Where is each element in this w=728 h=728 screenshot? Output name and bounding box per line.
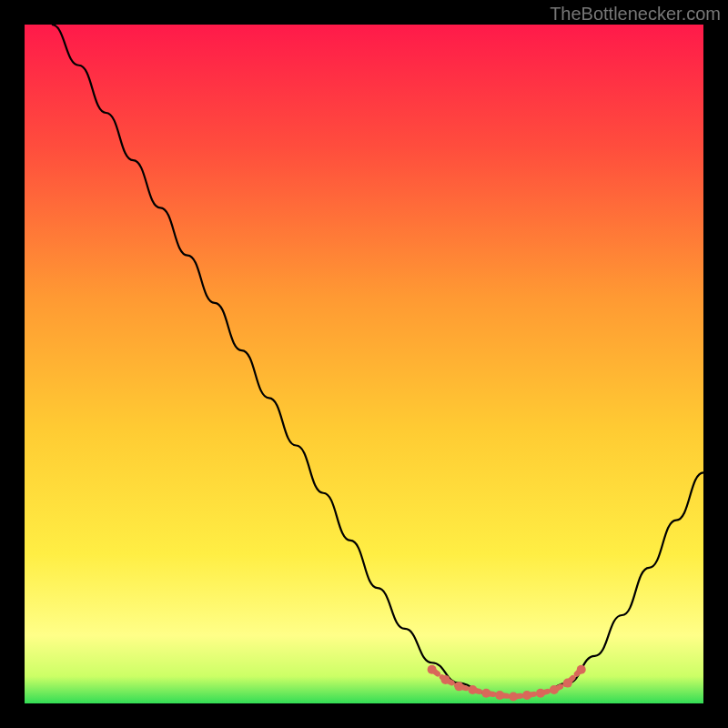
marker-dot: [468, 685, 477, 694]
marker-dot: [441, 675, 450, 684]
marker-dot: [454, 682, 463, 691]
chart-svg: [25, 25, 703, 703]
marker-dot: [428, 665, 437, 674]
marker-dot: [522, 691, 531, 700]
marker-dot: [550, 685, 559, 694]
gradient-background: [25, 25, 703, 703]
marker-dot: [577, 665, 586, 674]
marker-dot: [509, 693, 518, 702]
marker-dot: [495, 691, 504, 700]
marker-dot: [563, 679, 572, 688]
marker-dot: [481, 689, 490, 698]
chart-container: TheBottlenecker.com: [0, 0, 728, 728]
plot-area: [25, 25, 703, 703]
watermark-text: TheBottlenecker.com: [550, 4, 721, 25]
marker-dot: [536, 689, 545, 698]
